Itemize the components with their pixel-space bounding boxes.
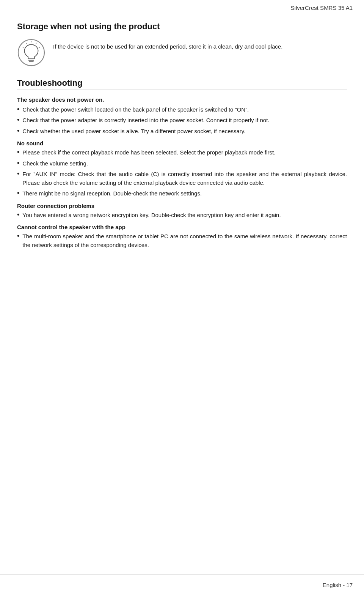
storage-section: Storage when not using the product: [17, 22, 347, 67]
svg-line-7: [26, 43, 27, 44]
router-problems-label: Router connection problems: [17, 203, 347, 209]
list-item: There might be no signal reception. Doub…: [17, 189, 347, 198]
storage-heading: Storage when not using the product: [17, 22, 347, 31]
page-title: SilverCrest SMRS 35 A1: [291, 5, 353, 11]
speaker-no-power-title: The speaker does not power on.: [17, 96, 347, 103]
lightbulb-icon: [17, 38, 46, 67]
list-item: For "AUX IN" mode: Check that the audio …: [17, 170, 347, 187]
page-header: SilverCrest SMRS 35 A1: [0, 0, 364, 14]
list-item: Please check if the correct playback mod…: [17, 148, 347, 157]
list-item: You have entered a wrong network encrypt…: [17, 211, 347, 219]
storage-description: If the device is not to be used for an e…: [53, 38, 282, 51]
list-item: Check that the power adapter is correctl…: [17, 116, 347, 124]
no-sound-list: Please check if the correct playback mod…: [17, 148, 347, 198]
list-item: Check that the power switch located on t…: [17, 105, 347, 114]
cannot-control-label: Cannot control the speaker with the app: [17, 224, 347, 230]
page-content: Storage when not using the product: [0, 14, 364, 282]
svg-line-5: [36, 43, 37, 44]
storage-info-box: If the device is not to be used for an e…: [17, 38, 347, 67]
list-item: Check the volume setting.: [17, 159, 347, 168]
troubleshooting-section: Troubleshooting The speaker does not pow…: [17, 78, 347, 250]
cannot-control-list: The multi-room speaker and the smartphon…: [17, 232, 347, 250]
no-sound-label: No sound: [17, 140, 347, 146]
speaker-no-power-list: Check that the power switch located on t…: [17, 105, 347, 135]
list-item: Check whether the used power socket is a…: [17, 127, 347, 135]
troubleshooting-heading: Troubleshooting: [17, 78, 347, 90]
router-problems-list: You have entered a wrong network encrypt…: [17, 211, 347, 219]
svg-line-8: [23, 47, 24, 48]
footer-page-number: English - 17: [323, 582, 353, 588]
svg-line-6: [39, 47, 40, 48]
page-footer: English - 17: [0, 575, 364, 595]
list-item: The multi-room speaker and the smartphon…: [17, 232, 347, 250]
